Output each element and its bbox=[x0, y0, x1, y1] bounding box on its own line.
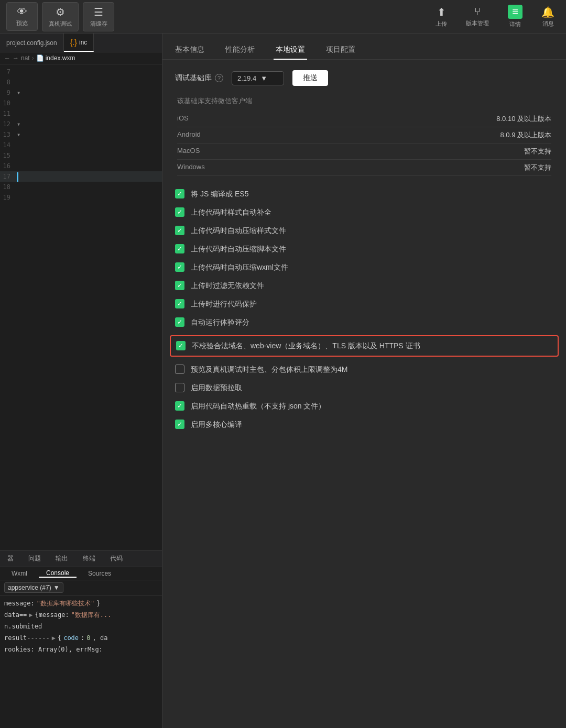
code-line-8: 8 bbox=[0, 77, 162, 87]
checkbox-auto-ux-box[interactable]: ✓ bbox=[175, 317, 184, 327]
bottom-panel: 器 问题 输出 终端 代码 Wxml Console Sources appse… bbox=[0, 550, 162, 728]
checkmark-icon: ✓ bbox=[177, 282, 182, 289]
support-android: Android 8.0.9 及以上版本 bbox=[177, 127, 551, 144]
checkbox-compress-wxml[interactable]: ✓ 上传代码时自动压缩wxml文件 bbox=[175, 262, 553, 273]
eye-icon: 👁 bbox=[17, 6, 27, 18]
preview-label: 预览 bbox=[16, 19, 28, 27]
code-line-16: 16 bbox=[0, 161, 162, 171]
debug-icon: ⚙ bbox=[56, 6, 65, 18]
checkbox-style-auto[interactable]: ✓ 上传代码时样式自动补全 bbox=[175, 207, 553, 218]
checkbox-filter-deps[interactable]: ✓ 上传时过滤无依赖文件 bbox=[175, 280, 553, 291]
checkmark-icon: ✓ bbox=[177, 318, 182, 326]
help-icon[interactable]: ? bbox=[215, 74, 223, 82]
checkbox-compress-style-box[interactable]: ✓ bbox=[175, 226, 184, 235]
checkbox-compress-script-box[interactable]: ✓ bbox=[175, 244, 184, 253]
clear-button[interactable]: ☰ 清缓存 bbox=[83, 2, 114, 31]
code-line-11: 11 bbox=[0, 108, 162, 119]
checkbox-auto-ux[interactable]: ✓ 自动运行体验评分 bbox=[175, 317, 553, 328]
breadcrumb-separator: › bbox=[32, 54, 34, 62]
log-line-1: message: "数据库有哪些技术" } bbox=[4, 598, 158, 609]
tab-器[interactable]: 器 bbox=[0, 550, 21, 567]
branch-icon: ⑂ bbox=[474, 6, 481, 18]
selector-value: appservice (#7) bbox=[8, 584, 51, 591]
file-tab-inc[interactable]: {.} inc bbox=[64, 34, 94, 52]
checkbox-hot-reload-box[interactable]: ✓ bbox=[175, 401, 184, 411]
code-line-15: 15 bbox=[0, 150, 162, 161]
subtab-wxml[interactable]: Wxml bbox=[4, 570, 35, 577]
checkmark-icon: ✓ bbox=[177, 245, 182, 252]
support-windows: Windows 暂不支持 bbox=[177, 160, 551, 176]
tab-performance[interactable]: 性能分析 bbox=[223, 41, 257, 60]
chevron-down-icon: ▼ bbox=[53, 584, 60, 591]
toolbar-right: ⬆ 上传 ⑂ 版本管理 ≡ 详情 🔔 消息 bbox=[430, 3, 560, 30]
console-selector-row: appservice (#7) ▼ bbox=[0, 580, 162, 595]
checkbox-preview-4m[interactable]: 预览及真机调试时主包、分包体积上限调整为4M bbox=[175, 364, 553, 375]
checkbox-hot-reload[interactable]: ✓ 启用代码自动热重载（不支持 json 文件） bbox=[175, 401, 553, 412]
checkbox-es5[interactable]: ✓ 将 JS 编译成 ES5 bbox=[175, 189, 553, 200]
file-tab-project[interactable]: project.config.json bbox=[0, 34, 64, 52]
upload-label: 上传 bbox=[436, 20, 447, 28]
debug-lib-row: 调试基础库 ? 2.19.4 ▼ 推送 bbox=[175, 70, 553, 86]
checkbox-data-prefetch-box[interactable] bbox=[175, 383, 184, 392]
tab-问题[interactable]: 问题 bbox=[21, 550, 48, 567]
checkmark-icon: ✓ bbox=[177, 300, 182, 307]
log-line-4: result------ ▶ { code : 0 , da bbox=[4, 632, 158, 644]
debug-button[interactable]: ⚙ 真机调试 bbox=[42, 2, 79, 31]
version-value: 2.19.4 bbox=[237, 74, 256, 82]
push-button[interactable]: 推送 bbox=[292, 70, 328, 86]
checkmark-icon: ✓ bbox=[177, 208, 182, 216]
checkbox-preview-4m-box[interactable] bbox=[175, 365, 184, 374]
console-output: message: "数据库有哪些技术" } data== ▶ {message:… bbox=[0, 595, 162, 728]
checkbox-compress-wxml-box[interactable]: ✓ bbox=[175, 262, 184, 272]
subtab-sources[interactable]: Sources bbox=[81, 570, 118, 577]
tab-project[interactable]: 项目配置 bbox=[324, 41, 357, 60]
bottom-tabs-row1: 器 问题 输出 终端 代码 bbox=[0, 550, 162, 567]
checkbox-no-verify-box[interactable]: ✓ bbox=[176, 341, 186, 350]
tab-输出[interactable]: 输出 bbox=[48, 550, 75, 567]
support-ios: iOS 8.0.10 及以上版本 bbox=[177, 111, 551, 127]
debug-label: 真机调试 bbox=[49, 20, 72, 28]
file-doc-icon: 📄 bbox=[36, 54, 44, 62]
left-panel: project.config.json {.} inc ← → nat › 📄 … bbox=[0, 34, 162, 728]
tab-local[interactable]: 本地设置 bbox=[274, 41, 307, 60]
file-tabs: project.config.json {.} inc bbox=[0, 34, 162, 52]
checkbox-style-auto-box[interactable]: ✓ bbox=[175, 207, 184, 217]
detail-button[interactable]: ≡ 详情 bbox=[503, 3, 528, 30]
support-macos: MacOS 暂不支持 bbox=[177, 144, 551, 160]
checkbox-no-verify[interactable]: ✓ 不校验合法域名、web-view（业务域名）、TLS 版本以及 HTTPS … bbox=[170, 335, 559, 357]
code-line-7: 7 bbox=[0, 67, 162, 77]
code-editor: 7 8 9 ▾ 10 11 12 ▾ bbox=[0, 64, 162, 550]
checkbox-code-protect-box[interactable]: ✓ bbox=[175, 299, 184, 308]
tab-代码[interactable]: 代码 bbox=[103, 550, 130, 567]
appservice-selector[interactable]: appservice (#7) ▼ bbox=[4, 582, 63, 593]
message-button[interactable]: 🔔 消息 bbox=[536, 4, 560, 30]
menu-icon: ≡ bbox=[508, 5, 523, 19]
settings-content: 调试基础库 ? 2.19.4 ▼ 推送 该基础库支持微信客户端 iOS 8.0.… bbox=[162, 60, 566, 728]
forward-arrow-icon[interactable]: → bbox=[13, 54, 19, 62]
dropdown-arrow-icon: ▼ bbox=[260, 74, 267, 82]
checkbox-filter-deps-box[interactable]: ✓ bbox=[175, 281, 184, 290]
tab-basic[interactable]: 基本信息 bbox=[173, 41, 206, 60]
checkbox-data-prefetch[interactable]: 启用数据预拉取 bbox=[175, 382, 553, 393]
settings-tabs: 基本信息 性能分析 本地设置 项目配置 bbox=[162, 34, 566, 60]
version-button[interactable]: ⑂ 版本管理 bbox=[461, 4, 494, 29]
checkbox-code-protect[interactable]: ✓ 上传时进行代码保护 bbox=[175, 299, 553, 310]
checkmark-icon: ✓ bbox=[177, 227, 182, 234]
checkbox-compress-script[interactable]: ✓ 上传代码时自动压缩脚本文件 bbox=[175, 244, 553, 255]
checkbox-es5-box[interactable]: ✓ bbox=[175, 189, 184, 198]
upload-button[interactable]: ⬆ 上传 bbox=[430, 4, 452, 30]
back-arrow-icon[interactable]: ← bbox=[4, 54, 10, 62]
checkmark-icon: ✓ bbox=[177, 402, 182, 410]
checkbox-compress-style[interactable]: ✓ 上传代码时自动压缩样式文件 bbox=[175, 225, 553, 236]
bottom-subtoolbar: Wxml Console Sources bbox=[0, 567, 162, 580]
subtab-console[interactable]: Console bbox=[39, 569, 77, 578]
support-title: 该基础库支持微信客户端 bbox=[177, 96, 551, 106]
version-selector[interactable]: 2.19.4 ▼ bbox=[232, 71, 284, 85]
checkbox-multi-core[interactable]: ✓ 启用多核心编译 bbox=[175, 419, 553, 430]
checkbox-multi-core-box[interactable]: ✓ bbox=[175, 420, 184, 429]
tab-终端[interactable]: 终端 bbox=[75, 550, 103, 567]
json-icon: {.} bbox=[70, 38, 77, 47]
preview-button[interactable]: 👁 预览 bbox=[6, 2, 38, 31]
code-line-17: 17 bbox=[0, 171, 162, 182]
checkbox-list: ✓ 将 JS 编译成 ES5 ✓ 上传代码时样式自动补全 ✓ 上传代码时自动压缩… bbox=[175, 189, 553, 430]
